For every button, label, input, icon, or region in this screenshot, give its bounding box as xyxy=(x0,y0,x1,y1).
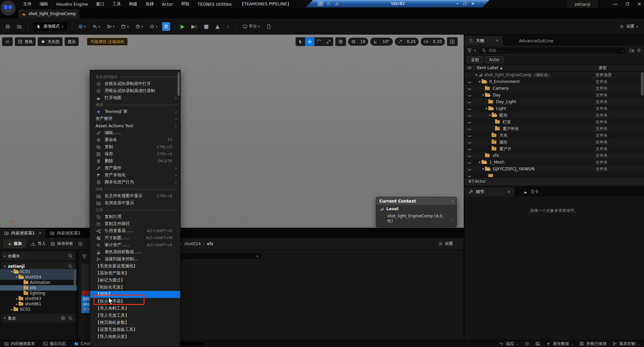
outliner-row[interactable]: Day_Light文件夹 xyxy=(464,98,644,105)
expander-icon[interactable]: ▾ xyxy=(485,107,488,110)
menu-窗口[interactable]: 窗口 xyxy=(92,0,108,8)
menu-item[interactable]: 【导入特效示意】 xyxy=(90,333,180,340)
expander-icon[interactable]: ▾ xyxy=(481,167,485,171)
add-collection-icon[interactable] xyxy=(61,316,66,320)
menu-item[interactable]: 【导入布料工具】 xyxy=(90,305,180,312)
snapshot-icon[interactable] xyxy=(535,341,540,346)
outliner-row[interactable]: ▾Light文件夹 xyxy=(464,105,644,112)
stop-button[interactable]: ■ xyxy=(201,21,211,31)
close-icon[interactable]: ✕ xyxy=(38,231,41,235)
tab-shot-light-enginecomp[interactable]: shot_light_EngineComp xyxy=(18,9,79,18)
tab-details[interactable]: 细节 ✕ xyxy=(464,187,514,197)
remote-restore-button[interactable] xyxy=(462,1,467,6)
expander-icon[interactable]: ▸ xyxy=(15,302,18,306)
menu-item[interactable]: 审计资产......ALT+SHIFT+A xyxy=(90,242,180,249)
version-control-dropdown[interactable]: 版本控制⌄ xyxy=(612,341,640,347)
view-mode-dropdown[interactable]: 无光照 xyxy=(38,37,63,46)
menu-Houdini Engine[interactable]: Houdini Engine xyxy=(52,0,92,8)
quick-add-dropdown[interactable]: ▾ xyxy=(90,23,102,31)
blueprints-dropdown[interactable]: ▾ xyxy=(105,23,117,31)
eject-button[interactable]: ▲ xyxy=(214,21,222,31)
browse-content-button[interactable] xyxy=(15,23,24,31)
visibility-toggle[interactable] xyxy=(464,155,475,157)
platform-dropdown[interactable]: 平台 ▾ xyxy=(241,22,262,31)
menu-【TEAMONES PIPELINE】[interactable]: 【TEAMONES PIPELINE】 xyxy=(236,0,295,8)
menu-item[interactable]: 复制CTRL+D xyxy=(90,143,180,150)
pin-icon[interactable] xyxy=(317,1,324,6)
breadcrumb-item[interactable]: efx xyxy=(207,242,214,246)
tab-advance-outline[interactable]: AdvanceOutLine xyxy=(515,36,558,45)
search-icon[interactable] xyxy=(68,254,73,258)
add-button[interactable]: + 添加 xyxy=(3,240,26,248)
close-icon[interactable]: ✕ xyxy=(507,190,510,194)
scale-tool[interactable] xyxy=(324,37,333,46)
visibility-toggle[interactable] xyxy=(464,161,475,164)
outliner-row[interactable]: 窗户补光文件夹 xyxy=(464,125,644,132)
expander-icon[interactable]: ▾ xyxy=(15,275,18,279)
folder-tree-item-Animation[interactable]: Animation xyxy=(0,280,77,285)
outliner-row[interactable]: ▾shot_light_EngineComp（编辑器）世界场景 xyxy=(464,72,644,78)
menu-Actor[interactable]: Actor xyxy=(158,0,177,8)
close-icon[interactable]: ✕ xyxy=(496,39,499,43)
column-item-label[interactable]: Item Label▲ xyxy=(475,66,596,70)
visibility-toggle[interactable] xyxy=(464,175,475,177)
search-icon[interactable] xyxy=(68,316,73,320)
folder-tree-item-shot061[interactable]: ▸shot061 xyxy=(0,301,77,307)
context-menu-scrollbar[interactable] xyxy=(178,72,180,96)
menu-item[interactable]: 【毛发批量设置属性】 xyxy=(90,263,180,270)
window-restore-button[interactable] xyxy=(625,2,630,6)
menu-工具[interactable]: 工具 xyxy=(109,0,125,8)
menu-item[interactable]: 着色器烘焙数据...... xyxy=(90,249,180,256)
visibility-toggle[interactable] xyxy=(464,168,475,170)
menu-item[interactable]: 在镜头试拍录制器中打开 xyxy=(90,80,180,87)
cmd-button[interactable]: Cmd xyxy=(74,341,90,346)
outliner-row[interactable]: ▾暖光文件夹 xyxy=(464,112,644,119)
tab-content-browser-1[interactable]: 内容浏览器1 ✕ xyxy=(0,228,46,238)
save-all-button[interactable]: 保存所有 xyxy=(50,241,73,247)
menu-item[interactable]: 【标记为通过】 xyxy=(90,277,180,284)
menu-item[interactable]: 【设置毛发模板工具】 xyxy=(90,326,180,333)
expander-icon[interactable]: ▾ xyxy=(488,114,492,117)
all-saved-button[interactable]: 所有已保存 xyxy=(579,341,606,347)
visibility-toggle[interactable] xyxy=(464,128,475,130)
visibility-toggle[interactable] xyxy=(464,141,475,143)
menu-文件[interactable]: 文件 xyxy=(20,0,35,8)
cinematics-dropdown[interactable]: ▾ xyxy=(119,23,131,31)
menu-item[interactable]: 【导入毛发工具】 xyxy=(90,312,180,319)
favorites-section[interactable]: ▸ 收藏夹 xyxy=(1,252,75,260)
selection-mode-dropdown[interactable]: 选项模式 ▾ xyxy=(32,21,68,32)
menu-item[interactable]: 连接到版本控制... xyxy=(90,256,180,263)
visibility-toggle[interactable] xyxy=(464,87,475,90)
menu-item[interactable]: 【添加资产版本】 xyxy=(90,270,180,277)
skip-button[interactable]: ▶| xyxy=(189,21,199,31)
menu-item[interactable]: 【拷贝相机参数】 xyxy=(90,319,180,326)
back-button[interactable] xyxy=(78,242,83,246)
menu-TEONES Utilities[interactable]: TEONES Utilities xyxy=(194,0,236,8)
outliner-search-input[interactable]: 搜索...... ⌄ xyxy=(478,47,627,54)
column-type[interactable]: 类型 xyxy=(596,65,644,71)
outliner-row[interactable]: Camera文件夹 xyxy=(464,85,644,92)
menu-item[interactable]: Asset Actions Tool› xyxy=(90,122,180,129)
landscape-dropdown[interactable]: ▾ xyxy=(148,23,159,31)
menu-item[interactable]: 尺寸贴图......ALT+SHIFT+M xyxy=(90,234,180,242)
tab-outliner[interactable]: 大纲 ✕ xyxy=(464,36,503,45)
breadcrumb-item[interactable]: shot024 xyxy=(184,242,201,246)
trace-dropdown[interactable]: 追踪⌄ xyxy=(499,341,519,347)
expander-icon[interactable]: ▾ xyxy=(478,161,482,164)
play-options-kebab[interactable]: ⋮ xyxy=(224,23,232,31)
folder-tree-item-lighting[interactable]: lighting xyxy=(0,291,77,296)
record-status-icon[interactable] xyxy=(525,341,529,346)
menu-item[interactable]: 编辑...... xyxy=(90,129,180,136)
folder-tree-item-SC02[interactable]: ▸SC02 xyxy=(0,307,77,312)
outliner-filter-icon[interactable] xyxy=(467,48,472,53)
menu-item[interactable]: 重命名F2 xyxy=(90,136,180,143)
window-close-button[interactable]: ✕ xyxy=(637,1,641,7)
tab-levels[interactable]: 关卡 xyxy=(519,187,543,197)
viewport-menu-button[interactable] xyxy=(2,37,13,46)
visibility-toggle[interactable] xyxy=(464,121,475,123)
rotation-snap-control[interactable]: 10° xyxy=(370,38,392,46)
menu-编辑[interactable]: 编辑 xyxy=(36,0,52,8)
filter-actor-chip[interactable]: Actor xyxy=(485,56,503,63)
folder-tree-item-SC01[interactable]: ▾SC01 xyxy=(0,269,77,274)
editor-mode-icon[interactable] xyxy=(162,22,170,31)
